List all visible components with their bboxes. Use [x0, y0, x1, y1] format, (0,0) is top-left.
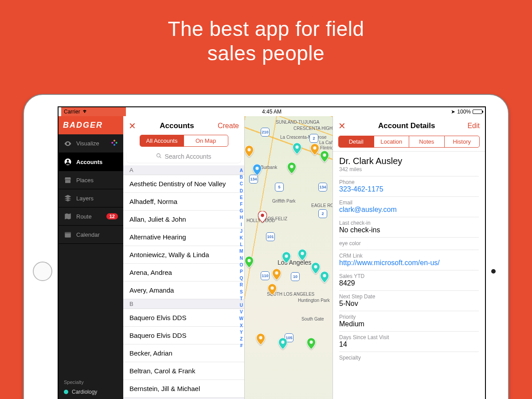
- list-item[interactable]: Becker, Adrian: [123, 344, 244, 362]
- sidebar-item-label: Accounts: [76, 159, 102, 165]
- list-item[interactable]: Baquero Elvis DDS: [123, 309, 244, 327]
- svg-point-25: [314, 265, 317, 268]
- sidebar-item-calendar[interactable]: Calendar: [59, 226, 123, 244]
- brand-logo: BADGER: [59, 116, 123, 134]
- index-letter[interactable]: A: [239, 167, 243, 174]
- list-item[interactable]: Allan, Juliet & John: [123, 211, 244, 228]
- accounts-create-button[interactable]: Create: [218, 122, 239, 130]
- map-pin-icon[interactable]: [287, 162, 296, 174]
- accounts-segment: All Accounts On Map: [140, 135, 228, 147]
- map-pin-icon[interactable]: [268, 284, 277, 295]
- map-panel[interactable]: SUNLAND-TUJUNGACRESCENTA HIGHLANDSLa Cre…: [245, 116, 332, 399]
- list-section-header: B: [123, 299, 244, 309]
- tab-location[interactable]: Location: [374, 136, 409, 147]
- list-item[interactable]: Avery, Amanda: [123, 282, 244, 299]
- map-pin-icon[interactable]: [320, 151, 329, 162]
- index-letter[interactable]: V: [239, 309, 243, 315]
- svg-rect-7: [65, 232, 71, 234]
- sidebar-item-places[interactable]: Places: [59, 171, 123, 189]
- list-item[interactable]: Baquero Elvis DDS: [123, 327, 244, 344]
- field-value[interactable]: clark@ausley.com: [339, 206, 479, 214]
- details-tabs: DetailLocationNotesHistory: [338, 136, 480, 148]
- index-letter[interactable]: B: [239, 174, 243, 180]
- sidebar-item-accounts[interactable]: Accounts: [59, 153, 123, 171]
- index-letter[interactable]: Q: [239, 275, 243, 282]
- map-pin-icon[interactable]: [311, 262, 320, 274]
- details-title: Account Details: [378, 121, 435, 130]
- seg-on-map[interactable]: On Map: [184, 135, 228, 146]
- accounts-list[interactable]: AAesthetic Dentistry of Noe ValleyAlhade…: [123, 165, 244, 399]
- details-edit-button[interactable]: Edit: [467, 122, 480, 130]
- index-letter[interactable]: Z: [239, 336, 243, 342]
- index-letter[interactable]: K: [239, 235, 243, 241]
- index-letter[interactable]: O: [239, 262, 243, 268]
- map-pin-icon[interactable]: [278, 338, 287, 349]
- index-letter[interactable]: M: [239, 248, 243, 254]
- tab-notes[interactable]: Notes: [409, 136, 444, 147]
- field-value: 8429: [339, 279, 479, 287]
- legend-item[interactable]: Cardiology: [59, 387, 123, 397]
- list-item[interactable]: Arena, Andrea: [123, 264, 244, 282]
- index-letter[interactable]: J: [239, 228, 243, 235]
- sidebar-item-layers[interactable]: Layers: [59, 189, 123, 207]
- map-pin-icon[interactable]: [258, 211, 267, 223]
- index-letter[interactable]: F: [239, 201, 243, 207]
- accounts-close-button[interactable]: ✕: [129, 121, 136, 131]
- svg-point-2: [113, 144, 115, 146]
- map-pin-icon[interactable]: L: [245, 256, 254, 268]
- index-letter[interactable]: I: [239, 221, 243, 228]
- index-letter[interactable]: U: [239, 302, 243, 309]
- index-letter[interactable]: S: [239, 289, 243, 295]
- index-letter[interactable]: C: [239, 180, 243, 187]
- map-pin-icon[interactable]: [253, 164, 262, 176]
- map-pin-icon[interactable]: [245, 145, 254, 157]
- list-item[interactable]: Aesthetic Dentistry of Noe Valley: [123, 175, 244, 193]
- svg-point-26: [323, 274, 326, 277]
- index-letter[interactable]: T: [239, 295, 243, 302]
- map-pin-icon[interactable]: [272, 269, 281, 280]
- map-pin-icon[interactable]: [256, 333, 265, 345]
- sidebar-item-visualize[interactable]: Visualize: [59, 134, 123, 153]
- field-label: Priority: [339, 314, 479, 320]
- svg-point-10: [157, 154, 160, 157]
- list-item[interactable]: Alhadeff, Norma: [123, 193, 244, 211]
- index-letter[interactable]: D: [239, 188, 243, 194]
- index-letter[interactable]: W: [239, 315, 243, 322]
- ipad-camera: [491, 269, 496, 274]
- field-value[interactable]: 323-462-1175: [339, 185, 479, 193]
- index-letter[interactable]: P: [239, 268, 243, 275]
- map-pin-icon[interactable]: [310, 144, 319, 155]
- index-letter[interactable]: N: [239, 255, 243, 262]
- field-value[interactable]: http://www.microsoft.com/en-us/: [339, 259, 479, 267]
- map-pin-icon[interactable]: [307, 338, 316, 349]
- map-pin-icon[interactable]: [282, 252, 291, 263]
- legend-item[interactable]: Pediatrician: [59, 397, 123, 399]
- carrier-label: Carrier: [64, 109, 80, 115]
- seg-all-accounts[interactable]: All Accounts: [140, 135, 184, 146]
- list-item[interactable]: Antoniewicz, Wally & Linda: [123, 246, 244, 264]
- list-item[interactable]: Bernstein, Jill & Michael: [123, 380, 244, 398]
- index-letter[interactable]: Y: [239, 329, 243, 336]
- map-pin-icon[interactable]: [293, 143, 301, 154]
- sidebar-item-label: Route: [76, 213, 92, 220]
- map-pin-icon[interactable]: [298, 249, 307, 261]
- map-pin-icon[interactable]: [320, 271, 329, 283]
- road-shield-icon: 134: [318, 183, 327, 192]
- sidebar-item-route[interactable]: Route12: [59, 207, 123, 226]
- index-letter[interactable]: #: [239, 342, 243, 349]
- alpha-index[interactable]: ABCDEFGHIJKLMNOPQRSTUVWXYZ#: [239, 167, 243, 349]
- index-letter[interactable]: L: [239, 241, 243, 248]
- search-placeholder: Search Accounts: [164, 153, 211, 160]
- list-item[interactable]: Beltran, Carol & Frank: [123, 362, 244, 380]
- index-letter[interactable]: E: [239, 194, 243, 201]
- list-item[interactable]: Alternative Hearing: [123, 228, 244, 246]
- index-letter[interactable]: G: [239, 207, 243, 214]
- search-input[interactable]: Search Accounts: [127, 150, 241, 163]
- details-close-button[interactable]: ✕: [338, 121, 346, 131]
- index-letter[interactable]: R: [239, 282, 243, 288]
- ipad-home-button: [33, 262, 52, 281]
- index-letter[interactable]: X: [239, 322, 243, 329]
- index-letter[interactable]: H: [239, 214, 243, 221]
- tab-history[interactable]: History: [444, 136, 480, 147]
- tab-detail[interactable]: Detail: [339, 136, 374, 147]
